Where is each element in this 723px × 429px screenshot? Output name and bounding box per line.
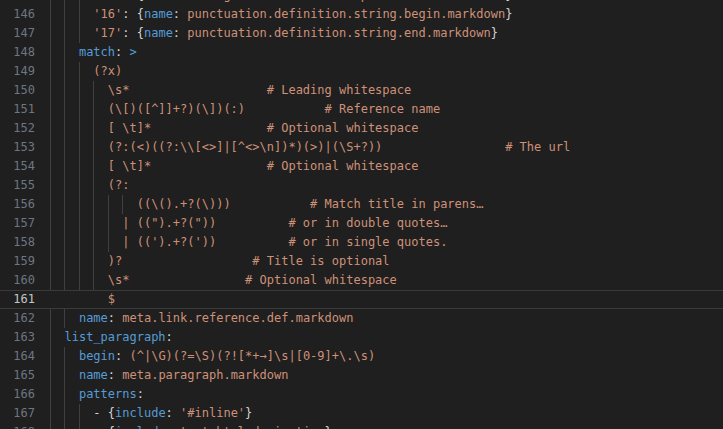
line-number[interactable]: 157 — [0, 214, 35, 233]
line-number[interactable]: 154 — [0, 157, 35, 176]
code-line-text: name: meta.paragraph.markdown — [50, 366, 288, 385]
code-line[interactable]: 148 match: > — [0, 43, 723, 62]
line-number[interactable]: 167 — [0, 404, 35, 423]
code-line-text: (\[)([^]]+?)(\])(:) # Reference name — [50, 100, 440, 119]
code-rows: 145 '15': {name: string.other.link.descr… — [0, 0, 723, 429]
code-line[interactable]: 155 (?: — [0, 176, 723, 195]
code-line-text: ((\().+?(\))) # Match title in parens… — [50, 195, 483, 214]
code-line[interactable]: 168 - {include: text.html.derivative} — [0, 423, 723, 429]
code-line[interactable]: 147 '17': {name: punctuation.definition.… — [0, 24, 723, 43]
line-number[interactable]: 161 — [0, 291, 35, 308]
line-number[interactable]: 160 — [0, 271, 35, 290]
code-line-text: \s* # Optional whitespace — [50, 271, 397, 290]
code-line[interactable]: 166 patterns: — [0, 385, 723, 404]
code-line[interactable]: 163 list_paragraph: — [0, 328, 723, 347]
line-number[interactable]: 146 — [0, 5, 35, 24]
code-line-text: | ((").+?(")) # or in double quotes… — [50, 214, 447, 233]
code-line-text: (?x) — [50, 62, 122, 81]
line-number[interactable]: 158 — [0, 233, 35, 252]
line-number[interactable]: 150 — [0, 81, 35, 100]
code-line[interactable]: 161 $ — [0, 290, 723, 309]
line-number[interactable]: 162 — [0, 309, 35, 328]
code-line[interactable]: 162 name: meta.link.reference.def.markdo… — [0, 309, 723, 328]
code-line-text: )? # Title is optional — [50, 252, 390, 271]
code-line-text: match: > — [50, 43, 137, 62]
line-number[interactable]: 149 — [0, 62, 35, 81]
code-line[interactable]: 150 \s* # Leading whitespace — [0, 81, 723, 100]
code-line-text: name: meta.link.reference.def.markdown — [50, 309, 353, 328]
line-number[interactable]: 164 — [0, 347, 35, 366]
code-line-text: begin: (^|\G)(?=\S)(?![*+→]\s|[0-9]+\.\s… — [50, 347, 375, 366]
code-line[interactable]: 152 [ \t]* # Optional whitespace — [0, 119, 723, 138]
code-line[interactable]: 154 [ \t]* # Optional whitespace — [0, 157, 723, 176]
line-number[interactable]: 168 — [0, 423, 35, 429]
code-line-text: list_paragraph: — [50, 328, 173, 347]
code-line-text: '17': {name: punctuation.definition.stri… — [50, 24, 498, 43]
code-line-text: '16': {name: punctuation.definition.stri… — [50, 5, 512, 24]
code-line-text: - {include: text.html.derivative} — [50, 423, 332, 429]
code-line-text: | ((').+?(')) # or in single quotes. — [50, 233, 447, 252]
code-line[interactable]: 156 ((\().+?(\))) # Match title in paren… — [0, 195, 723, 214]
code-line[interactable]: 149 (?x) — [0, 62, 723, 81]
line-number[interactable]: 155 — [0, 176, 35, 195]
line-number[interactable]: 151 — [0, 100, 35, 119]
code-line[interactable]: 159 )? # Title is optional — [0, 252, 723, 271]
line-number[interactable]: 159 — [0, 252, 35, 271]
line-number[interactable]: 165 — [0, 366, 35, 385]
code-line-text: (?: — [50, 176, 129, 195]
code-line-text: (?:(<)((?:\\[<>]|[^<>\n])*)(>)|(\S+?)) #… — [50, 138, 570, 157]
line-number[interactable]: 166 — [0, 385, 35, 404]
line-number[interactable]: 163 — [0, 328, 35, 347]
code-line[interactable]: 153 (?:(<)((?:\\[<>]|[^<>\n])*)(>)|(\S+?… — [0, 138, 723, 157]
code-line[interactable]: 165 name: meta.paragraph.markdown — [0, 366, 723, 385]
line-number[interactable]: 148 — [0, 43, 35, 62]
line-number[interactable]: 147 — [0, 24, 35, 43]
code-line[interactable]: 167 - {include: '#inline'} — [0, 404, 723, 423]
code-line[interactable]: 158 | ((').+?(')) # or in single quotes. — [0, 233, 723, 252]
line-number[interactable]: 152 — [0, 119, 35, 138]
code-line-text: $ — [50, 291, 115, 308]
line-number[interactable]: 156 — [0, 195, 35, 214]
code-editor[interactable]: 145 '15': {name: string.other.link.descr… — [0, 0, 723, 429]
line-number[interactable]: 153 — [0, 138, 35, 157]
code-line-text: [ \t]* # Optional whitespace — [50, 119, 418, 138]
code-line[interactable]: 160 \s* # Optional whitespace — [0, 271, 723, 290]
code-line[interactable]: 164 begin: (^|\G)(?=\S)(?![*+→]\s|[0-9]+… — [0, 347, 723, 366]
code-line[interactable]: 157 | ((").+?(")) # or in double quotes… — [0, 214, 723, 233]
code-line-text: \s* # Leading whitespace — [50, 81, 411, 100]
code-line[interactable]: 146 '16': {name: punctuation.definition.… — [0, 5, 723, 24]
code-line-text: patterns: — [50, 385, 144, 404]
code-line-text: [ \t]* # Optional whitespace — [50, 157, 418, 176]
code-line-text: - {include: '#inline'} — [50, 404, 252, 423]
code-line[interactable]: 151 (\[)([^]]+?)(\])(:) # Reference name — [0, 100, 723, 119]
